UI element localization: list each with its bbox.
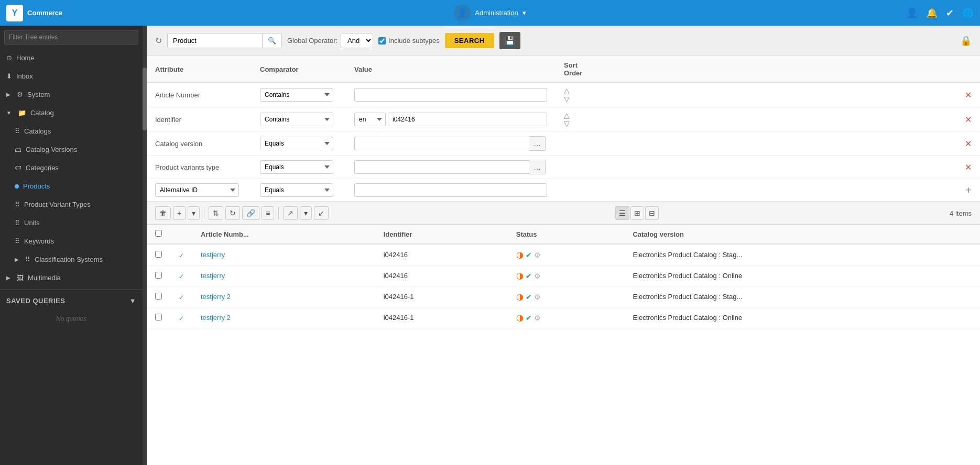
- comparator-select-identifier[interactable]: ContainsEqualsStarts with: [260, 113, 333, 126]
- globe-icon[interactable]: 🌐: [962, 7, 974, 19]
- item-count: 4 items: [950, 209, 972, 217]
- sidebar-filter: [0, 26, 143, 49]
- row-catalog-version: Electronics Product Catalog : Stag...: [624, 244, 980, 265]
- value-input-product-variants-type[interactable]: [354, 160, 529, 174]
- include-subtypes-label: Include subtypes: [388, 37, 440, 45]
- delete-row-button[interactable]: ✕: [965, 139, 972, 149]
- task-icon[interactable]: ✔: [946, 7, 954, 19]
- comparator-select-article-number[interactable]: ContainsEqualsStarts with: [260, 88, 333, 102]
- gallery-view-button[interactable]: ⊟: [645, 206, 659, 220]
- row-checkbox[interactable]: [155, 251, 162, 258]
- sidebar-item-label: Classification Systems: [35, 256, 103, 263]
- row-tick-icon: ✓: [179, 273, 184, 280]
- link-button[interactable]: 🔗: [242, 206, 259, 220]
- sidebar-item-product-variant-types[interactable]: ⠿ Product Variant Types: [0, 195, 143, 214]
- export-dropdown-button[interactable]: ▾: [300, 206, 312, 220]
- sort-up-icon[interactable]: △: [564, 112, 589, 119]
- sidebar-item-inbox[interactable]: ⬇ Inbox: [0, 67, 143, 85]
- attribute-select-new-row[interactable]: Alternative IDArticle NumberIdentifier: [155, 183, 239, 197]
- list-detail-button[interactable]: ≡: [262, 206, 274, 220]
- delete-button[interactable]: 🗑: [155, 206, 171, 220]
- notification-icon[interactable]: 🔔: [926, 7, 938, 19]
- logo-area: Y Commerce: [6, 5, 62, 21]
- search-input[interactable]: [168, 34, 262, 48]
- delete-row-button[interactable]: ✕: [965, 115, 972, 125]
- filter-sort-product-variants-type: [556, 156, 597, 179]
- sidebar-item-multimedia[interactable]: ▶ 🖼 Multimedia: [0, 269, 143, 287]
- lock-icon[interactable]: 🔒: [960, 35, 972, 47]
- import-button[interactable]: ↙: [314, 206, 329, 220]
- filter-icon[interactable]: ▼: [129, 297, 136, 305]
- refresh-icon[interactable]: ↻: [155, 36, 162, 46]
- row-checkbox[interactable]: [155, 272, 162, 279]
- value-input-alternative-id[interactable]: [354, 183, 547, 197]
- comparator-select-product-variants-type[interactable]: EqualsContains: [260, 160, 333, 174]
- sidebar-item-system[interactable]: ▶ ⚙ System: [0, 85, 143, 104]
- sidebar-item-home[interactable]: ⊙ Home: [0, 49, 143, 67]
- row-article-number[interactable]: testjerry 2: [192, 307, 375, 328]
- select-all-header: [147, 225, 170, 244]
- delete-row-button[interactable]: ✕: [965, 162, 972, 172]
- add-dropdown-button[interactable]: ▾: [188, 206, 200, 220]
- tick-header: [170, 225, 192, 244]
- sidebar-item-units[interactable]: ⠿ Units: [0, 214, 143, 232]
- comparator-select-alternative-id[interactable]: EqualsContains: [260, 183, 333, 197]
- comparator-select-catalog-version[interactable]: EqualsContains: [260, 137, 333, 150]
- sort-down-icon[interactable]: ▽: [564, 95, 589, 103]
- row-article-number[interactable]: testjerry: [192, 265, 375, 286]
- filter-sort-identifier: △ ▽: [556, 107, 597, 132]
- row-checkbox[interactable]: [155, 314, 162, 320]
- row-status: ◑ ✔ ⚙: [508, 307, 625, 328]
- saved-queries-section: SAVED QUERIES ▼: [0, 292, 143, 310]
- sort-down-icon[interactable]: ▽: [564, 120, 589, 127]
- search-execute-button[interactable]: SEARCH: [445, 33, 494, 48]
- sidebar-item-keywords[interactable]: ⠿ Keywords: [0, 232, 143, 250]
- browse-button-catalog-version[interactable]: …: [529, 136, 546, 151]
- sidebar-filter-input[interactable]: [4, 30, 138, 45]
- sidebar-item-catalog[interactable]: ▼ 📁 Catalog: [0, 104, 143, 122]
- row-article-number[interactable]: testjerry: [192, 244, 375, 265]
- row-checkbox[interactable]: [155, 293, 162, 300]
- sidebar-item-classification-systems[interactable]: ▶ ⠿ Classification Systems: [0, 250, 143, 269]
- filter-sort-article-number: △ ▽: [556, 83, 597, 107]
- value-input-catalog-version[interactable]: [354, 137, 529, 150]
- sidebar-item-label: Home: [16, 54, 35, 62]
- sidebar-item-catalog-versions[interactable]: 🗃 Catalog Versions: [0, 140, 143, 159]
- system-icon: ⚙: [17, 91, 23, 98]
- add-button[interactable]: +: [173, 206, 186, 220]
- action-header: [597, 56, 980, 83]
- sort-button[interactable]: ⇅: [209, 206, 223, 220]
- select-all-checkbox[interactable]: [155, 230, 162, 237]
- lang-select-identifier[interactable]: endefr: [354, 113, 386, 126]
- filter-row-article-number: Article Number ContainsEqualsStarts with…: [147, 83, 980, 107]
- row-article-number[interactable]: testjerry 2: [192, 286, 375, 307]
- row-tick-icon: ✓: [179, 315, 184, 322]
- sidebar-item-label: Product Variant Types: [24, 201, 91, 208]
- filter-value-identifier: endefr: [346, 107, 556, 132]
- save-query-button[interactable]: 💾: [499, 32, 520, 49]
- include-subtypes-checkbox[interactable]: [378, 37, 386, 45]
- grid-view-button[interactable]: ⊞: [630, 206, 644, 220]
- sort-up-icon[interactable]: △: [564, 87, 589, 94]
- refresh-button[interactable]: ↻: [225, 206, 240, 220]
- global-operator-select[interactable]: And Or: [341, 33, 373, 48]
- delete-row-button[interactable]: ✕: [965, 90, 972, 100]
- sidebar-item-label: Products: [23, 182, 50, 190]
- sidebar-scrollbar[interactable]: [143, 26, 147, 465]
- admin-dropdown-icon[interactable]: ▾: [522, 9, 526, 17]
- sidebar-item-categories[interactable]: 🏷 Categories: [0, 159, 143, 177]
- sidebar-item-label: Multimedia: [28, 274, 61, 282]
- browse-button-product-variants-type[interactable]: …: [529, 160, 546, 174]
- value-header: Value: [346, 56, 556, 83]
- search-icon-button[interactable]: 🔍: [262, 34, 281, 48]
- export-button[interactable]: ↗: [283, 206, 298, 220]
- list-view-button[interactable]: ☰: [615, 206, 629, 220]
- sidebar-item-catalogs[interactable]: ⠿ Catalogs: [0, 122, 143, 140]
- value-input-article-number[interactable]: [354, 88, 547, 102]
- search-input-wrap: 🔍: [167, 33, 282, 48]
- sidebar-item-products[interactable]: Products: [0, 177, 143, 195]
- add-row-button[interactable]: +: [965, 184, 972, 196]
- filter-sort-catalog-version: [556, 132, 597, 156]
- value-input-identifier[interactable]: [388, 113, 547, 126]
- person-icon[interactable]: 👤: [906, 7, 918, 19]
